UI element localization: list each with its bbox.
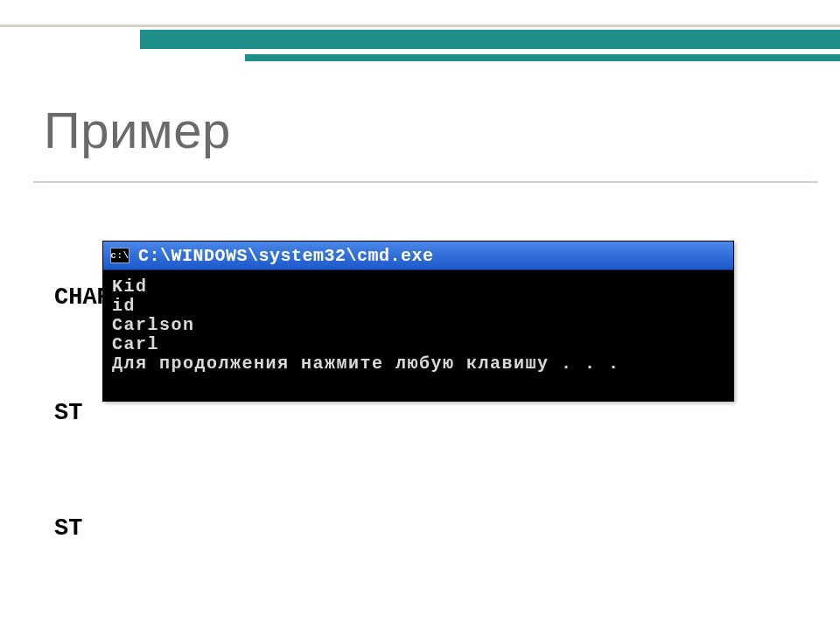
slide-title: Пример xyxy=(44,101,231,159)
console-line: Для продолжения нажмите любую клавишу . … xyxy=(112,354,724,374)
console-title: C:\WINDOWS\system32\cmd.exe xyxy=(138,246,434,266)
decor-bar-teal-thin xyxy=(245,54,840,61)
console-line: Kid xyxy=(112,277,724,297)
console-line: Carlson xyxy=(112,316,724,335)
console-window: c:\ C:\WINDOWS\system32\cmd.exe Kid id C… xyxy=(102,241,734,402)
console-line: id xyxy=(112,297,724,316)
decor-bar-top xyxy=(0,0,840,27)
slide: Пример CHAR OS[] = "CARLSON"; ST ST S1 S… xyxy=(0,0,840,630)
console-line: Carl xyxy=(112,335,724,354)
cmd-icon: c:\ xyxy=(110,248,130,263)
decor-footer xyxy=(0,621,840,630)
console-body: Kid id Carlson Carl Для продолжения нажм… xyxy=(103,270,733,381)
console-titlebar: c:\ C:\WINDOWS\system32\cmd.exe xyxy=(103,242,733,270)
code-line-3: ST xyxy=(54,509,814,548)
decor-bar-teal-thick xyxy=(140,30,840,49)
title-rule xyxy=(33,181,818,183)
